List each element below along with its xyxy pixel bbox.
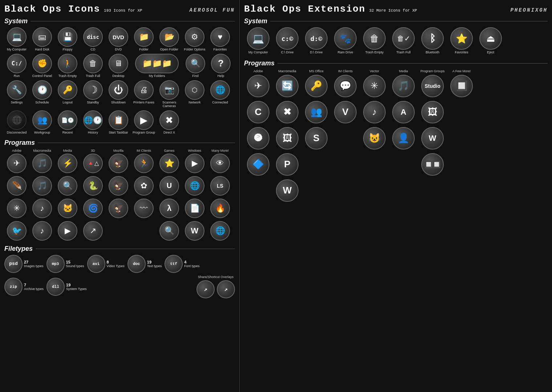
r-prog-pg-3[interactable]: W — [418, 127, 447, 150]
r-bluetooth[interactable]: ᛒ Bluetooth — [418, 27, 447, 54]
prog-media-1[interactable]: ⚡ — [55, 154, 80, 173]
r-eject[interactable]: ⏏ Eject — [476, 27, 505, 54]
prog-media-4[interactable]: ▶ — [55, 221, 80, 241]
icon-history[interactable]: 🌐🕐 History — [81, 110, 105, 135]
prog-macromedia-1[interactable]: 🎵 — [30, 154, 54, 173]
icon-recent[interactable]: 📄🕐 Recent — [55, 110, 80, 135]
prog-3d-2[interactable]: 🐍 — [81, 176, 105, 196]
r-prog-macro-1[interactable]: 🔄 — [273, 75, 301, 97]
prog-games-3[interactable]: λ — [157, 199, 182, 218]
filetype-avi[interactable]: avi 8 Video Types — [87, 255, 125, 273]
prog-games-1[interactable]: ⭐ — [157, 154, 182, 173]
r-prog-med-1[interactable]: 🎵 — [389, 75, 418, 97]
r-prog-pg-1[interactable]: Studio — [418, 75, 447, 97]
icon-dvd[interactable]: DVD DVD — [106, 27, 131, 52]
r-prog-vec-1[interactable]: ✳ — [360, 75, 389, 97]
filetype-dll[interactable]: dll 19 System Types — [46, 278, 86, 296]
r-d-drive[interactable]: d:© D:\ Drive — [302, 27, 330, 54]
icon-shutdown[interactable]: ⏻ Shutdown — [106, 80, 131, 109]
icon-network[interactable]: ⬡ Network — [182, 80, 207, 109]
r-prog-ms-2[interactable]: 👥 — [302, 101, 330, 123]
filetype-ttf[interactable]: ttf 4 Font types — [165, 255, 199, 273]
prog-macromedia-4[interactable]: ♪ — [30, 221, 54, 241]
icon-cd[interactable]: disc CD — [81, 27, 105, 52]
prog-adobe-1[interactable]: ✈ — [4, 154, 29, 173]
r-trash-full[interactable]: 🗑✓ Trash Full — [389, 27, 418, 54]
r-prog-med-2[interactable]: A — [389, 101, 418, 123]
icon-run[interactable]: C:/ Run — [4, 54, 29, 78]
prog-macromedia-2[interactable]: 🎵 — [30, 176, 54, 196]
r-prog-adobe-2[interactable]: C — [244, 101, 272, 123]
icon-program-group[interactable]: ▶ Program Group — [131, 110, 156, 135]
icon-disconnected[interactable]: 🌐 Disconnected — [4, 110, 29, 135]
icon-find[interactable]: 🔍 Find — [183, 54, 208, 78]
prog-macromedia-3[interactable]: ♪ — [30, 199, 54, 218]
icon-open-folder[interactable]: 📂 Open Folder — [157, 27, 182, 52]
icon-printers-faxes[interactable]: 🖨 Printers Faxes — [131, 80, 156, 109]
filetype-zip[interactable]: zip 7 Archive types — [4, 278, 44, 296]
prog-mozilla-3[interactable]: 🦅 — [106, 199, 131, 218]
r-c-drive[interactable]: c:© C:\ Drive — [273, 27, 301, 54]
r-prog-vec-2[interactable]: ♪ — [360, 101, 389, 123]
r-ram-drive[interactable]: 🐾 Ram Drive — [331, 27, 360, 54]
r-prog-macro-3[interactable]: 🖼 — [273, 127, 301, 150]
icon-schedule[interactable]: 🕐 Schedule — [30, 80, 54, 109]
prog-games-2[interactable]: U — [157, 176, 182, 196]
filetype-doc[interactable]: doc 19 Text types — [127, 255, 162, 273]
icon-folder-options[interactable]: ⚙ Folder Options — [182, 27, 207, 52]
r-prog-ms-3[interactable]: S — [302, 127, 330, 150]
prog-windows-4[interactable]: W — [182, 221, 207, 241]
prog-im-2[interactable]: ✿ — [131, 176, 156, 196]
prog-media-2[interactable]: 🔍 — [55, 176, 80, 196]
prog-media-3[interactable]: 🐱 — [55, 199, 80, 218]
prog-3d-4[interactable]: ↗ — [81, 221, 105, 241]
icon-my-computer[interactable]: 💻 My Computer — [4, 27, 29, 52]
icon-desktop[interactable]: 🖥 Desktop — [106, 54, 131, 78]
filetype-mp3[interactable]: mp3 15 Sound types — [46, 255, 84, 273]
icon-settings[interactable]: 🔧 Settings — [4, 80, 29, 109]
r-prog-macro-2[interactable]: ✖ — [273, 101, 301, 123]
prog-adobe-4[interactable]: 🐦 — [4, 221, 29, 241]
icon-logout[interactable]: 🔑 Logout — [55, 80, 80, 109]
prog-im-1[interactable]: 🏃 — [131, 154, 156, 173]
r-prog-macro-4[interactable]: P — [273, 153, 301, 176]
icon-my-folders[interactable]: 📁📁📁 My Folders — [131, 54, 182, 78]
r-prog-pg-2[interactable]: 🖼 — [418, 101, 447, 123]
r-my-computer[interactable]: 💻 My Computer — [244, 27, 272, 54]
icon-control-panel[interactable]: ✊ Control Panel — [30, 54, 54, 78]
icon-start-taskbar[interactable]: 📋 Start Taskbar — [106, 110, 131, 135]
prog-games-4[interactable]: 🔍 — [157, 221, 182, 241]
prog-adobe-3[interactable]: ✳ — [4, 199, 29, 218]
prog-3d-1[interactable]: 🔺△ — [81, 154, 105, 173]
icon-standby[interactable]: ☽ Standby — [81, 80, 105, 109]
r-prog-adobe-4[interactable]: 🔷 — [244, 153, 272, 176]
prog-adobe-2[interactable]: 🪶 — [4, 176, 29, 196]
icon-scanners-cameras[interactable]: 📷 Scanners Cameras — [157, 80, 182, 109]
filetype-psd[interactable]: psd 27 Images types — [4, 255, 44, 273]
prog-mozilla-2[interactable]: 🦅 — [106, 176, 131, 196]
r-prog-adobe-1[interactable]: ✈ — [244, 75, 272, 97]
r-prog-adobe-3[interactable]: 🅟 — [244, 127, 272, 150]
r-prog-im-2[interactable]: V — [331, 101, 360, 123]
r-prog-im-1[interactable]: 💬 — [331, 75, 360, 97]
r-prog-vec-3[interactable]: 😺 — [360, 127, 389, 150]
r-favorites[interactable]: ⭐ Favorites — [447, 27, 476, 54]
r-prog-macro-5[interactable]: W — [273, 179, 301, 202]
icon-direct-x[interactable]: ✖ Direct X — [157, 110, 182, 135]
prog-more-3[interactable]: 🔥 — [208, 199, 232, 218]
icon-hard-disk[interactable]: 🖴 Hard Disk — [30, 27, 54, 52]
icon-favorites[interactable]: ♥ Favorites — [208, 27, 232, 52]
icon-workgroup[interactable]: 👥 Workgroup — [30, 110, 54, 135]
r-prog-med-3[interactable]: 👤 — [389, 127, 418, 150]
icon-trash-empty[interactable]: 🚶 Trash Empty — [55, 54, 80, 78]
prog-im-3[interactable]: 〰 — [131, 199, 156, 218]
icon-help[interactable]: ? Help — [208, 54, 233, 78]
prog-more-4[interactable]: 🌐 — [208, 221, 232, 241]
prog-windows-3[interactable]: 📄 — [182, 199, 207, 218]
icon-floppy[interactable]: 💾 Floppy — [55, 27, 80, 52]
r-prog-ms-1[interactable]: 🔑 — [302, 75, 330, 97]
r-prog-pg-4[interactable]: 🔲🔲 — [418, 153, 447, 176]
prog-more-1[interactable]: 👁 — [208, 154, 232, 173]
icon-trash-full[interactable]: 🗑 Trash Full — [81, 54, 105, 78]
r-prog-few-1[interactable]: 🔲 — [447, 75, 476, 97]
